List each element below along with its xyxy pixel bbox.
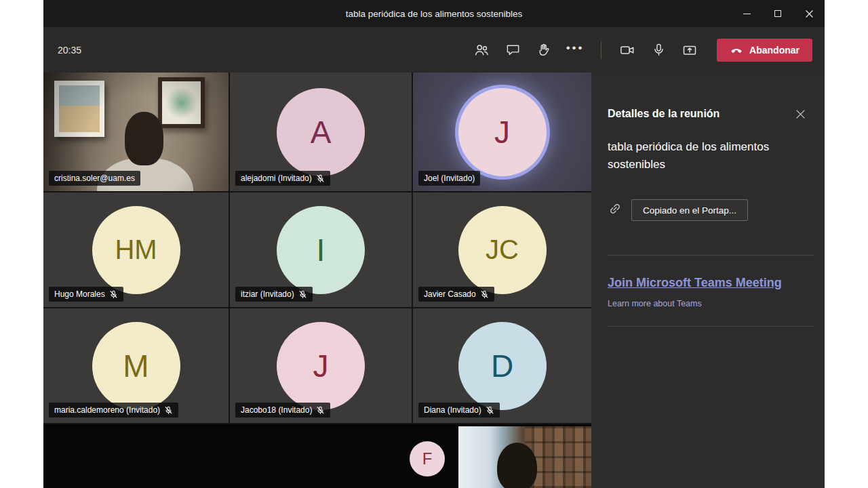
participant-name-tag: Javier Casado <box>418 287 494 302</box>
window-title: tabla periódica de los alimentos sosteni… <box>137 9 731 19</box>
participant-name: Javier Casado <box>424 289 476 299</box>
participant-name: cristina.soler@uam.es <box>54 174 135 183</box>
participant-name-tag: Diana (Invitado) <box>418 403 500 418</box>
participant-name: itziar (Invitado) <box>241 289 294 299</box>
close-button[interactable] <box>793 0 825 27</box>
participant-avatar: J <box>458 88 547 176</box>
panel-header: Detalles de la reunión <box>608 104 814 123</box>
hang-up-icon <box>730 43 743 57</box>
more-options-icon: ••• <box>566 42 585 58</box>
participant-tile[interactable]: HMHugo Morales <box>43 192 229 307</box>
participant-name-tag: alejadomi (Invitado) <box>235 171 330 186</box>
self-view-tile[interactable] <box>458 426 591 488</box>
maximize-icon <box>774 10 781 17</box>
participant-avatar: M <box>92 322 180 410</box>
raise-hand-button[interactable] <box>528 35 559 66</box>
participant-name-tag: maria.caldemoreno (Invitado) <box>49 403 178 418</box>
minimize-icon <box>743 14 751 14</box>
participant-name: Hugo Morales <box>54 289 105 299</box>
meeting-title: tabla periódica de los alimentos sosteni… <box>608 138 812 174</box>
mic-off-icon <box>164 406 173 415</box>
person-head-silhouette <box>125 112 163 165</box>
leave-button[interactable]: Abandonar <box>717 39 812 62</box>
mic-icon <box>651 42 667 58</box>
panel-divider <box>608 255 814 256</box>
meeting-toolbar: 20:35 <box>43 27 825 73</box>
participant-avatar: D <box>458 322 547 410</box>
participant-tile[interactable]: JJoel (Invitado) <box>413 73 591 191</box>
picture-frame <box>54 81 104 136</box>
participant-name-tag: Joel (Invitado) <box>418 171 480 186</box>
self-video-feed <box>458 426 591 488</box>
mic-off-icon <box>298 290 307 299</box>
participant-tile[interactable]: JJacobo18 (Invitado) <box>230 308 412 423</box>
participant-name: Jacobo18 (Invitado) <box>241 405 312 415</box>
join-meeting-link[interactable]: Join Microsoft Teams Meeting <box>608 276 782 290</box>
panel-close-icon <box>796 110 805 119</box>
next-row-partial: F <box>43 424 591 488</box>
participant-name: Diana (Invitado) <box>424 405 481 415</box>
mic-off-icon <box>109 290 118 299</box>
participant-tile[interactable]: DDiana (Invitado) <box>413 308 591 423</box>
panel-divider <box>608 326 814 327</box>
participants-button[interactable] <box>466 35 497 66</box>
window-controls <box>731 0 825 27</box>
participant-name: alejadomi (Invitado) <box>241 174 312 183</box>
participant-avatar: A <box>277 88 365 176</box>
participant-avatar: JC <box>458 206 547 294</box>
participant-tile[interactable]: cristina.soler@uam.es <box>43 73 229 191</box>
participant-avatar: I <box>277 206 365 294</box>
participant-tile[interactable]: Mmaria.caldemoreno (Invitado) <box>43 308 229 423</box>
participant-avatar-partial[interactable]: F <box>410 441 445 476</box>
meeting-details-panel: Detalles de la reunión tabla periódica d… <box>591 73 825 488</box>
titlebar: tabla periódica de los alimentos sosteni… <box>43 0 825 27</box>
participant-name-tag: Jacobo18 (Invitado) <box>235 403 330 418</box>
participant-grid: cristina.soler@uam.esAalejadomi (Invitad… <box>43 73 591 488</box>
participant-avatar: J <box>277 322 365 410</box>
share-screen-icon <box>682 42 698 58</box>
participant-name-tag: Hugo Morales <box>49 287 123 302</box>
toolbar-divider <box>601 41 601 59</box>
minimize-button[interactable] <box>731 0 762 27</box>
participant-tile[interactable]: Aalejadomi (Invitado) <box>230 73 412 191</box>
more-options-button[interactable]: ••• <box>559 35 591 66</box>
panel-close-button[interactable] <box>791 104 810 123</box>
participant-avatar: HM <box>92 206 180 294</box>
copy-link-button[interactable]: Copiado en el Portap... <box>631 199 748 221</box>
mic-off-icon <box>486 406 494 415</box>
mic-off-icon <box>316 406 325 415</box>
participant-tile[interactable]: JCJavier Casado <box>413 192 591 307</box>
maximize-button[interactable] <box>762 0 793 27</box>
learn-more-link[interactable]: Learn more about Teams <box>608 299 814 308</box>
person-silhouette <box>497 443 537 488</box>
close-icon <box>806 10 813 18</box>
panel-title: Detalles de la reunión <box>608 108 719 120</box>
teams-meeting-window: tabla periódica de los alimentos sosteni… <box>43 0 825 488</box>
participant-name-tag: itziar (Invitado) <box>235 287 313 302</box>
desktop: tabla periódica de los alimentos sosteni… <box>0 0 868 488</box>
meeting-timer: 20:35 <box>58 45 81 56</box>
mic-off-icon <box>480 290 489 299</box>
participant-name-tag: cristina.soler@uam.es <box>49 171 140 186</box>
raise-hand-icon <box>536 42 552 58</box>
participant-name: Joel (Invitado) <box>424 174 475 183</box>
link-icon <box>608 201 623 219</box>
chat-button[interactable] <box>497 35 528 66</box>
camera-button[interactable] <box>612 35 643 66</box>
meeting-main: cristina.soler@uam.esAalejadomi (Invitad… <box>43 73 825 488</box>
mic-off-icon <box>316 174 325 183</box>
camera-icon <box>619 42 635 58</box>
participant-tile[interactable]: Iitziar (Invitado) <box>230 192 412 307</box>
copy-link-row: Copiado en el Portap... <box>608 199 814 221</box>
participant-name: maria.caldemoreno (Invitado) <box>54 405 160 415</box>
chat-icon <box>505 42 521 58</box>
leave-button-label: Abandonar <box>749 45 800 56</box>
mic-button[interactable] <box>643 35 674 66</box>
share-screen-button[interactable] <box>674 35 705 66</box>
participants-icon <box>473 42 490 58</box>
picture-frame <box>158 77 204 128</box>
